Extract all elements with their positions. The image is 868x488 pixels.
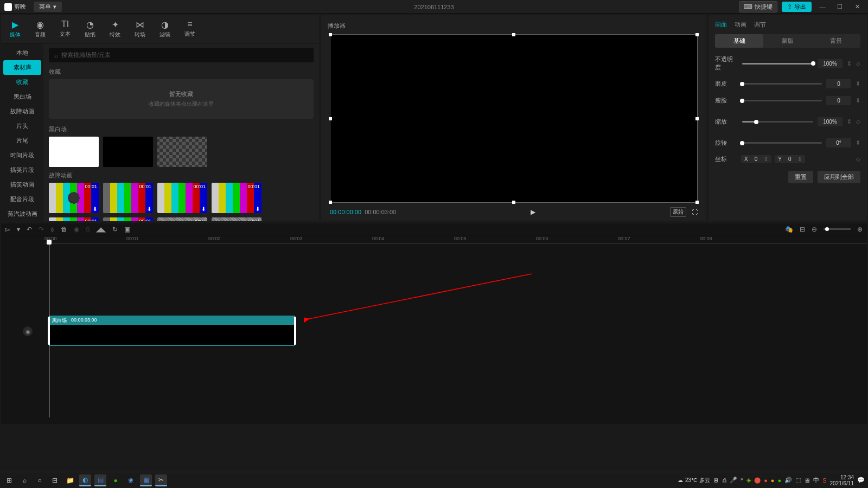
wechat-icon[interactable]: ● xyxy=(110,474,122,486)
sidebar-item-7[interactable]: 搞笑动画 xyxy=(1,177,43,192)
pos-y-input[interactable]: Y0⇕ xyxy=(775,155,805,163)
props-tab-2[interactable]: 调节 xyxy=(754,21,766,29)
zoom-in-button[interactable]: ⊕ xyxy=(857,226,863,233)
weather-widget[interactable]: ☁ 23℃ 多云 xyxy=(678,477,710,484)
sidebar-item-3[interactable]: 片头 xyxy=(1,119,43,133)
maximize-button[interactable]: ☐ xyxy=(833,3,846,10)
search-button[interactable]: ⌕ xyxy=(18,474,30,486)
sidebar-item-9[interactable]: 蒸汽波动画 xyxy=(1,207,43,221)
stepper-icon[interactable]: ⇕ xyxy=(856,97,860,104)
media-tab-7[interactable]: ≡调节 xyxy=(180,17,200,41)
cortana-button[interactable]: ○ xyxy=(34,474,46,486)
media-tab-3[interactable]: ◔贴纸 xyxy=(80,17,100,41)
tray-network-icon[interactable]: ⬚ xyxy=(795,477,801,484)
zoom-out-button[interactable]: ⊖ xyxy=(812,226,817,233)
tray-usb-icon[interactable]: ⎙ xyxy=(723,477,726,484)
preview-canvas[interactable] xyxy=(330,34,698,203)
tray-sogou-icon[interactable]: S xyxy=(822,477,826,484)
app-icon-1[interactable]: ◐ xyxy=(79,474,91,486)
tray-wechat-icon[interactable]: ● xyxy=(778,477,782,484)
track-mute-button[interactable]: ◉ xyxy=(23,326,33,336)
timeline-ruler[interactable]: 00:0000:0100:0200:0300:0400:0500:0600:07… xyxy=(44,235,867,244)
thumb-glitch-2[interactable]: 00:01⬇ xyxy=(103,183,153,213)
thin-slider[interactable] xyxy=(742,100,822,101)
timeline-tracks[interactable]: ◉ 黑白场 00:00:03:00 xyxy=(1,244,867,418)
tray-monitor-icon[interactable]: 🖥 xyxy=(804,477,810,484)
sidebar-item-5[interactable]: 时间片段 xyxy=(1,148,43,163)
auto-subtitle-icon[interactable]: 🎭 xyxy=(785,226,793,233)
sidebar-item-0[interactable]: 收藏 xyxy=(1,75,43,89)
download-icon[interactable]: ⬇ xyxy=(201,206,206,212)
thumb-glitch-7[interactable]: 00:01 xyxy=(157,217,207,221)
download-icon[interactable]: ⬇ xyxy=(93,206,97,212)
start-button[interactable]: ⊞ xyxy=(3,474,15,486)
freeze-tool[interactable]: ⎙ xyxy=(86,226,90,233)
opacity-slider[interactable] xyxy=(742,63,813,65)
download-icon[interactable]: ⬇ xyxy=(147,206,151,212)
delete-tool[interactable]: 🗑 xyxy=(61,226,67,233)
crop-tool[interactable]: ▣ xyxy=(124,226,130,233)
zoom-slider[interactable] xyxy=(824,228,851,230)
notifications-icon[interactable]: 💬 xyxy=(857,477,865,484)
sidebar-item-8[interactable]: 配音片段 xyxy=(1,192,43,207)
mirror-tool[interactable]: ◢◣ xyxy=(96,226,106,233)
apply-all-button[interactable]: 应用到全部 xyxy=(818,171,860,183)
undo-button[interactable]: ↶ xyxy=(27,226,32,233)
stepper-icon[interactable]: ⇕ xyxy=(847,60,852,67)
taskview-button[interactable]: ⊟ xyxy=(49,474,61,486)
tool-dropdown[interactable]: ▾ xyxy=(17,226,20,233)
thumb-glitch-6[interactable]: 00:01 xyxy=(103,217,153,221)
close-button[interactable]: ✕ xyxy=(851,3,864,10)
tray-mic-icon[interactable]: 🎤 xyxy=(730,477,737,484)
keyframe-icon[interactable]: ◇ xyxy=(856,61,860,67)
thumb-glitch-4[interactable]: 00:01⬇ xyxy=(212,183,261,213)
tray-volume-icon[interactable]: 🔊 xyxy=(784,477,792,484)
stepper-icon[interactable]: ⇕ xyxy=(856,139,860,146)
props-tab-1[interactable]: 动画 xyxy=(735,21,746,29)
props-subtab-0[interactable]: 基础 xyxy=(715,34,763,48)
minimize-button[interactable]: — xyxy=(816,4,829,10)
scale-slider[interactable] xyxy=(742,121,813,123)
tray-app-icon[interactable]: ● xyxy=(771,477,775,484)
taskbar-clock[interactable]: 12:34 2021/6/11 xyxy=(830,474,854,486)
keyframe-icon[interactable]: ◇ xyxy=(856,156,860,162)
jianying-taskbar-icon[interactable]: ✂ xyxy=(155,474,167,486)
tray-stop-icon[interactable]: ⬤ xyxy=(754,477,761,484)
sidebar-item-2[interactable]: 故障动画 xyxy=(1,104,43,119)
media-tab-2[interactable]: TI文本 xyxy=(55,17,75,41)
record-tool[interactable]: ◉ xyxy=(74,226,79,233)
split-tool[interactable]: ⎀ xyxy=(50,226,54,233)
playhead[interactable] xyxy=(49,244,49,418)
rotate-tool[interactable]: ↻ xyxy=(112,226,118,233)
media-tab-1[interactable]: ◉音频 xyxy=(30,17,50,41)
media-tab-0[interactable]: ▶媒体 xyxy=(5,17,25,41)
smooth-slider[interactable] xyxy=(742,83,822,85)
thumb-glitch-3[interactable]: 00:01⬇ xyxy=(157,183,207,213)
fullscreen-icon[interactable]: ⛶ xyxy=(692,209,698,215)
redo-button[interactable]: ↷ xyxy=(39,226,44,233)
thumb-glitch-1[interactable]: 00:01⬇ xyxy=(49,183,99,213)
tray-ime-icon[interactable]: 中 xyxy=(813,476,819,484)
sidebar-top-0[interactable]: 本地 xyxy=(1,46,43,60)
app-icon-3[interactable]: ❀ xyxy=(125,474,137,486)
media-tab-6[interactable]: ◑滤镜 xyxy=(155,17,175,41)
stepper-icon[interactable]: ⇕ xyxy=(856,80,860,87)
thumb-white[interactable] xyxy=(49,137,99,167)
pos-x-input[interactable]: X0⇕ xyxy=(741,155,771,163)
selection-tool[interactable]: ▻ xyxy=(5,226,10,233)
explorer-icon[interactable]: 📁 xyxy=(64,474,76,486)
timeline-clip[interactable]: 黑白场 00:00:03:00 xyxy=(49,316,295,346)
thumb-transparent[interactable] xyxy=(157,137,207,167)
tray-up-icon[interactable]: ^ xyxy=(741,477,743,484)
props-subtab-2[interactable]: 背景 xyxy=(812,34,860,48)
sidebar-top-1[interactable]: 素材库 xyxy=(3,60,41,75)
shortcuts-button[interactable]: ⌨ 快捷键 xyxy=(739,1,777,12)
sidebar-item-1[interactable]: 黑白场 xyxy=(1,89,43,104)
tray-nvidia-icon[interactable]: ◈ xyxy=(746,477,751,484)
play-button[interactable]: ▶ xyxy=(531,208,535,216)
app-icon-4[interactable]: ▦ xyxy=(140,474,152,486)
menu-button[interactable]: 菜单▾ xyxy=(34,2,62,12)
sidebar-item-4[interactable]: 片尾 xyxy=(1,133,43,148)
props-subtab-1[interactable]: 蒙版 xyxy=(763,34,812,48)
tray-shield-icon[interactable]: ⛨ xyxy=(713,477,719,484)
